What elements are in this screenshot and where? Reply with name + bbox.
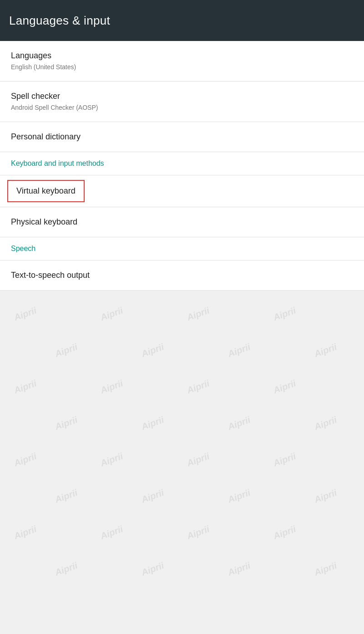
watermark: Aiprii	[140, 560, 166, 578]
watermark: Aiprii	[272, 524, 298, 542]
watermark: Aiprii	[99, 305, 125, 323]
speech-label: Speech	[11, 245, 353, 253]
settings-content: Aiprii Aiprii Aiprii Aiprii Aiprii Aipri…	[0, 41, 364, 600]
watermark: Aiprii	[99, 378, 125, 396]
watermark: Aiprii	[186, 305, 211, 323]
watermark: Aiprii	[140, 487, 166, 505]
settings-list: Languages English (United States) Spell …	[0, 41, 364, 291]
personal-dictionary-title: Personal dictionary	[11, 131, 353, 143]
settings-item-personal-dictionary[interactable]: Personal dictionary	[0, 122, 364, 152]
watermark: Aiprii	[54, 560, 79, 578]
settings-item-spell-checker[interactable]: Spell checker Android Spell Checker (AOS…	[0, 82, 364, 122]
watermark: Aiprii	[227, 414, 252, 432]
watermark: Aiprii	[313, 414, 339, 432]
watermark: Aiprii	[54, 342, 79, 359]
settings-item-speech[interactable]: Speech	[0, 237, 364, 261]
watermark: Aiprii	[54, 487, 79, 505]
watermark: Aiprii	[227, 342, 252, 359]
settings-item-keyboard-input-methods[interactable]: Keyboard and input methods	[0, 152, 364, 175]
languages-title: Languages	[11, 50, 353, 61]
languages-subtitle: English (United States)	[11, 63, 353, 72]
watermark: Aiprii	[313, 560, 339, 578]
watermark: Aiprii	[140, 414, 166, 432]
watermark: Aiprii	[186, 524, 211, 542]
watermark: Aiprii	[13, 378, 38, 396]
watermark: Aiprii	[313, 487, 339, 505]
watermark: Aiprii	[313, 342, 339, 359]
virtual-keyboard-title: Virtual keyboard	[16, 186, 76, 196]
physical-keyboard-title: Physical keyboard	[11, 216, 353, 228]
watermark: Aiprii	[186, 451, 211, 469]
watermark: Aiprii	[13, 451, 38, 469]
watermark: Aiprii	[272, 451, 298, 469]
watermark: Aiprii	[54, 414, 79, 432]
watermark: Aiprii	[272, 305, 298, 323]
spell-checker-subtitle: Android Spell Checker (AOSP)	[11, 103, 353, 112]
watermark: Aiprii	[99, 524, 125, 542]
watermark: Aiprii	[186, 378, 211, 396]
watermark: Aiprii	[99, 451, 125, 469]
settings-item-physical-keyboard[interactable]: Physical keyboard	[0, 207, 364, 237]
watermark: Aiprii	[13, 524, 38, 542]
text-to-speech-title: Text-to-speech output	[11, 270, 353, 281]
settings-item-virtual-keyboard-wrapper: Virtual keyboard	[0, 175, 364, 207]
keyboard-input-methods-label: Keyboard and input methods	[11, 159, 353, 168]
empty-area: Aiprii Aiprii Aiprii Aiprii Aiprii Aipri…	[0, 291, 364, 600]
app-header: Languages & input	[0, 0, 364, 41]
settings-item-text-to-speech[interactable]: Text-to-speech output	[0, 261, 364, 291]
watermark: Aiprii	[227, 487, 252, 505]
page-title: Languages & input	[9, 14, 110, 28]
watermark: Aiprii	[272, 378, 298, 396]
settings-item-virtual-keyboard[interactable]: Virtual keyboard	[7, 180, 85, 202]
spell-checker-title: Spell checker	[11, 91, 353, 102]
settings-item-languages[interactable]: Languages English (United States)	[0, 41, 364, 82]
watermark: Aiprii	[13, 305, 38, 323]
watermark: Aiprii	[140, 342, 166, 359]
bottom-watermark-overlay: Aiprii Aiprii Aiprii Aiprii Aiprii Aipri…	[0, 291, 364, 600]
watermark: Aiprii	[227, 560, 252, 578]
